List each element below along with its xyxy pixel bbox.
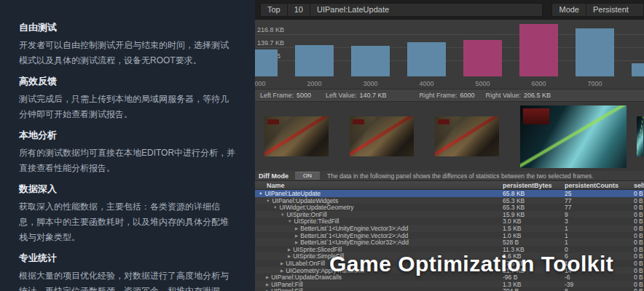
- status-item-4: Right Value:206.5 KB: [486, 92, 551, 99]
- status-label: Left Frame:: [260, 92, 294, 99]
- feature-section-3: 本地分析所有的测试数据均可直接在本地EDITOR中进行分析，并直接查看性能分析报…: [19, 129, 236, 176]
- feature-section-2: 高效反馈测试完成后，只需上传到本地的局域网服务器，等待几分钟即可开始查看测试报告…: [19, 76, 236, 122]
- column-name[interactable]: Name: [255, 182, 503, 189]
- table-row[interactable]: ▶UIPanel:Fill1.3 KB-390 B: [255, 281, 644, 288]
- table-row[interactable]: ▶UILabel:OnFill27.6 KB110 B: [255, 260, 644, 267]
- frame-thumbnail-5[interactable]: [637, 116, 643, 156]
- triangle-right-icon[interactable]: ▶: [295, 226, 298, 231]
- table-row[interactable]: ▶UISprite:SlicedFill11.3 KB00 B: [255, 246, 644, 253]
- frame-thumbnail-2[interactable]: [350, 116, 414, 156]
- triangle-right-icon[interactable]: ▶: [280, 268, 283, 273]
- triangle-down-icon[interactable]: ▼: [266, 199, 270, 203]
- chart-bar-frame-7000[interactable]: [576, 28, 614, 76]
- row-persistent-bytes: -96 B: [503, 274, 565, 281]
- table-row[interactable]: ▶BetterList`1<UnityEngine.Vector2>:Add1.…: [255, 232, 644, 239]
- app-window: 自由测试开发者可以自由控制测试开启与结束的时间，选择测试模式以及具体的测试流程，…: [0, 0, 644, 291]
- row-name: ▶UISprite:SimpleFill: [255, 252, 503, 260]
- table-row[interactable]: ▶UISprite:SimpleFill1.6 KB60 B: [255, 252, 644, 260]
- table-row[interactable]: ▼UISprite:OnFill15.9 KB90 B: [255, 211, 644, 218]
- table-row[interactable]: ▶UIGeometry:ApplyTransform21.7 KB140 B: [255, 267, 644, 274]
- x-axis-tick: 4000: [419, 80, 433, 87]
- column-self[interactable]: self: [625, 182, 644, 189]
- stats-table: ▼UIPanel:LateUpdate65.8 KB250 B▼UIPanel:…: [255, 190, 644, 291]
- feature-section-1: 自由测试开发者可以自由控制测试开启与结束的时间，选择测试模式以及具体的测试流程，…: [19, 22, 236, 68]
- table-row[interactable]: ▼UISprite:TiledFill3.0 KB30 B: [255, 218, 644, 225]
- table-row[interactable]: ▶BetterList`1<UnityEngine.Color32>:Add52…: [255, 239, 644, 246]
- row-name-label: BetterList`1<UnityEngine.Vector3>:Add: [300, 225, 408, 232]
- triangle-down-icon[interactable]: ▼: [259, 191, 262, 196]
- column-persistent-counts[interactable]: persistentCounts: [565, 182, 625, 189]
- row-persistent-bytes: 1.5 KB: [503, 225, 565, 232]
- row-name-label: UIPanel:Fill: [271, 281, 302, 288]
- row-self-bytes: 0 B: [625, 287, 644, 291]
- row-name: ▼UIPanel:LateUpdate: [255, 190, 503, 197]
- triangle-down-icon[interactable]: ▼: [273, 205, 277, 210]
- feature-title: 高效反馈: [19, 76, 236, 87]
- feature-list: 自由测试开发者可以自由控制测试开启与结束的时间，选择测试模式以及具体的测试流程，…: [19, 22, 236, 291]
- mode-label: Mode: [552, 4, 586, 16]
- diff-mode-toggle[interactable]: ON: [295, 172, 320, 180]
- chart-bar-frame-1000[interactable]: [255, 49, 278, 76]
- top-count-input[interactable]: 10: [288, 4, 310, 16]
- frame-thumbnail-3[interactable]: [435, 116, 499, 156]
- triangle-right-icon[interactable]: ▶: [288, 254, 291, 258]
- row-persistent-bytes: 65.3 KB: [503, 204, 565, 211]
- mode-group: Mode Persistent: [551, 3, 644, 17]
- diff-mode-label: Diff Mode: [259, 172, 288, 180]
- table-row[interactable]: ▼UIPanel:LateUpdate65.8 KB250 B: [255, 190, 644, 197]
- row-name: ▶UIPanel:Fill: [255, 287, 503, 291]
- row-name-label: UISprite:SlicedFill: [293, 246, 342, 253]
- profiler-panel: Top 10 UIPanel:LateUpdate Mode Persisten…: [255, 0, 644, 291]
- row-persistent-bytes: 1.6 KB: [503, 252, 565, 260]
- row-persistent-counts: -39: [565, 281, 625, 288]
- table-row[interactable]: ▶UIPanel:Fill704 B80 B: [255, 287, 644, 291]
- table-row[interactable]: ▼UIPanel:UpdateWidgets65.3 KB770 B: [255, 197, 644, 204]
- hud-badge: [438, 119, 449, 124]
- triangle-down-icon[interactable]: ▼: [288, 219, 291, 223]
- mode-select[interactable]: Persistent: [586, 4, 643, 16]
- table-row[interactable]: ▶UIPanel:UpdateDrawcalls-96 B-60 B: [255, 274, 644, 281]
- frame-thumbnail-4[interactable]: [520, 105, 627, 168]
- feature-body: 获取深入的性能数据，主要包括：各类资源的详细信息，脚本中的主要函数耗时，以及堆内…: [19, 199, 236, 245]
- table-row[interactable]: ▶BetterList`1<UnityEngine.Vector3>:Add1.…: [255, 225, 644, 232]
- row-name-label: UIPanel:LateUpdate: [264, 190, 321, 197]
- triangle-right-icon[interactable]: ▶: [295, 240, 298, 244]
- status-value: 206.5 KB: [524, 92, 551, 99]
- top-label: Top: [261, 4, 288, 16]
- chart-bar-frame-2000[interactable]: [295, 45, 334, 76]
- chart-bar-frame-8000[interactable]: [632, 63, 644, 76]
- row-persistent-bytes: 11.3 KB: [503, 246, 565, 253]
- chart-bar-frame-4000[interactable]: [407, 42, 446, 76]
- triangle-right-icon[interactable]: ▶: [295, 234, 298, 238]
- hud-badge: [267, 119, 279, 124]
- frame-screenshot-strip: [255, 102, 644, 171]
- chart-bar-frame-5000[interactable]: [463, 40, 502, 76]
- triangle-right-icon[interactable]: ▶: [266, 275, 269, 279]
- chart-bar-frame-3000[interactable]: [351, 46, 390, 76]
- row-persistent-bytes: 1.3 KB: [503, 281, 565, 288]
- row-persistent-counts: 6: [565, 252, 625, 260]
- row-name-label: UIPanel:UpdateDrawcalls: [271, 274, 342, 281]
- row-self-bytes: 0 B: [625, 225, 644, 232]
- triangle-right-icon[interactable]: ▶: [288, 247, 291, 252]
- feature-body: 根据大量的项目优化经验，对数据进行了高度地分析与统计，更快定位函数瓶颈，资源冗余…: [19, 268, 236, 291]
- triangle-right-icon[interactable]: ▶: [280, 261, 283, 266]
- table-row[interactable]: ▼UIWidget:UpdateGeometry65.3 KB770 B: [255, 204, 644, 211]
- diff-mode-bar: Diff Mode ON The data in the following p…: [255, 171, 644, 180]
- row-name: ▼UISprite:OnFill: [255, 211, 503, 218]
- row-name-label: UIPanel:Fill: [271, 287, 302, 291]
- memory-bar-chart: 216.8 KB139.7 KB64.7 KB10002000300040005…: [255, 20, 644, 89]
- row-name-label: UISprite:SimpleFill: [293, 252, 344, 260]
- triangle-down-icon[interactable]: ▼: [280, 212, 284, 217]
- column-persistent-bytes[interactable]: persistentBytes: [503, 182, 565, 189]
- row-persistent-counts: -6: [565, 274, 625, 281]
- x-axis-tick: 7000: [587, 80, 602, 87]
- frame-thumbnail-1[interactable]: [264, 116, 329, 156]
- filter-input[interactable]: UIPanel:LateUpdate: [310, 4, 542, 16]
- profiler-toolbar: Top 10 UIPanel:LateUpdate Mode Persisten…: [255, 0, 644, 20]
- table-header: Name persistentBytes persistentCounts se…: [255, 180, 644, 190]
- triangle-right-icon[interactable]: ▶: [266, 282, 269, 287]
- row-name-label: UISprite:OnFill: [286, 211, 326, 218]
- row-self-bytes: 0 B: [625, 239, 644, 246]
- chart-bar-frame-6000[interactable]: [519, 24, 558, 76]
